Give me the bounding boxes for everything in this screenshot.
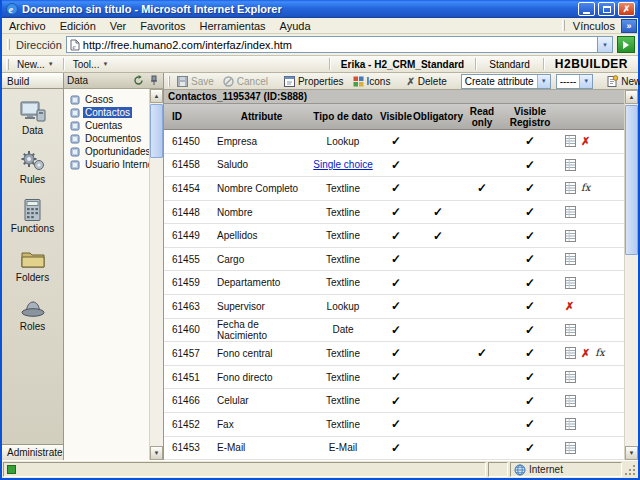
tool-button[interactable]: Tool...▼ [67,58,115,71]
administrate-button[interactable]: Administrate [2,444,63,460]
delete-button[interactable]: ✗ Delete [402,76,450,87]
scrollbar-thumb[interactable] [150,104,163,158]
menu-herramientas[interactable]: Herramientas [193,20,273,32]
registro-icon[interactable] [565,182,576,194]
tree-item-oportunidades[interactable]: Oportunidades [64,145,149,158]
links-chevron-icon[interactable]: » [621,19,637,33]
table-rows: 61450EmpresaLookup✓✓✗61458SaludoSingle c… [164,130,624,460]
cell-visible-registro: ✓ [503,224,557,247]
menu-right: Vínculos » [560,18,638,33]
tree-item-label: Contactos [83,107,132,118]
registro-icon[interactable] [565,253,576,265]
registro-icon[interactable] [565,324,576,336]
registro-icon[interactable] [565,442,576,454]
tree-item-documentos[interactable]: Documentos [64,132,149,145]
address-dropdown-icon[interactable]: ▼ [597,37,612,52]
tree-scrollbar[interactable]: ▲ ▼ [149,89,163,460]
menu-favoritos[interactable]: Favoritos [133,20,192,32]
build-button[interactable]: Build [2,73,63,89]
registro-icon[interactable] [565,418,576,430]
go-button[interactable] [617,36,635,53]
registro-icon[interactable] [565,159,576,171]
cell-tipo-de-dato: Lookup [309,295,377,318]
formula-icon[interactable]: fx [595,348,604,358]
registro-icon[interactable] [565,135,576,147]
links-label[interactable]: Vínculos [571,20,617,32]
table-row: 61466CelularTextline✓✓ [164,389,624,413]
properties-button[interactable]: Properties [280,76,348,87]
delete-x-icon[interactable]: ✗ [581,136,590,147]
scroll-down-icon[interactable]: ▼ [625,446,638,460]
sidebar-item-label: Rules [20,174,46,185]
tree-item-usuario-interno[interactable]: Usuario Interno [64,158,149,171]
cell-attribute: Nombre Completo [214,177,309,200]
sidebar-item-rules[interactable]: Rules [2,150,63,185]
maximize-button[interactable] [598,2,615,16]
sidebar-item-data[interactable]: Data [2,101,63,136]
type-select-value: ----- [557,76,580,87]
cell-tipo-de-dato: Textline [309,224,377,247]
sidebar-item-functions[interactable]: Functions [2,199,63,234]
scroll-up-icon[interactable]: ▲ [625,90,638,104]
cell-id: 61454 [164,177,214,200]
registro-icon[interactable] [565,230,576,242]
toolbar-gripper [562,20,565,31]
pin-icon[interactable] [147,74,160,87]
cell-visible: ✓ [377,154,415,177]
create-attribute-select[interactable]: Create attribute ▼ [461,74,551,89]
sidebar-item-folders[interactable]: Folders [2,248,63,283]
scroll-down-icon[interactable]: ▼ [150,446,163,460]
table-row: 61449ApellidosTextline✓✓✓ [164,224,624,248]
menu-ver[interactable]: Ver [103,20,134,32]
registro-icon[interactable] [565,371,576,383]
zone-label: Internet [529,464,563,475]
save-button[interactable]: Save [173,76,218,87]
menu-ayuda[interactable]: Ayuda [273,20,318,32]
cell-attribute: Fono central [214,342,309,365]
icons-button[interactable]: Icons [349,76,395,87]
cell-obligatory [415,295,461,318]
svg-text:e: e [9,4,14,15]
delete-x-icon[interactable]: ✗ [565,301,574,312]
formula-icon[interactable]: fx [581,183,590,193]
sidebar-item-roles[interactable]: Roles [2,297,63,332]
column-header-visible: Visible [377,104,415,129]
table-row: 61458SaludoSingle choice✓✓ [164,154,624,178]
cell-read-only [461,389,503,412]
minimize-button[interactable] [578,2,595,16]
tree-item-cuentas[interactable]: Cuentas [64,119,149,132]
tree-item-casos[interactable]: Casos [64,93,149,106]
new-class-button[interactable]: New class [603,75,640,87]
delete-x-icon[interactable]: ✗ [581,348,590,359]
globe-icon [514,464,526,476]
scrollbar-track[interactable] [625,104,638,446]
table-row: 61448NombreTextline✓✓✓ [164,201,624,225]
address-input[interactable]: e http://free.humano2.com/interfaz/index… [66,36,613,53]
cell-read-only [461,366,503,389]
window-title: Documento sin título - Microsoft Interne… [22,3,575,15]
menu-archivo[interactable]: Archivo [2,20,53,32]
registro-icon[interactable] [565,395,576,407]
refresh-icon[interactable] [132,74,145,87]
tree-item-contactos[interactable]: Contactos [64,106,149,119]
page-icon: e [70,39,80,51]
cell-read-only: ✓ [461,342,503,365]
scrollbar-thumb[interactable] [625,105,638,255]
registro-icon[interactable] [565,277,576,289]
registro-icon[interactable] [565,347,576,359]
tree-panel: Data CasosContactosCuentasDocumentosOpor… [64,73,164,460]
cell-tipo-de-dato[interactable]: Single choice [309,154,377,177]
content-scrollbar[interactable]: ▲ ▼ [624,90,638,460]
cell-obligatory [415,248,461,271]
menu-edicion[interactable]: Edición [53,20,103,32]
resize-grip[interactable] [624,462,637,477]
close-button[interactable]: ✗ [618,2,635,16]
registro-icon[interactable] [565,206,576,218]
cell-read-only [461,295,503,318]
cell-actions [557,413,624,436]
cancel-button[interactable]: Cancel [219,76,272,87]
scroll-up-icon[interactable]: ▲ [150,89,163,103]
type-select[interactable]: ----- ▼ [556,74,594,89]
scrollbar-track[interactable] [150,103,163,446]
new-button[interactable]: New...▼ [11,58,60,71]
